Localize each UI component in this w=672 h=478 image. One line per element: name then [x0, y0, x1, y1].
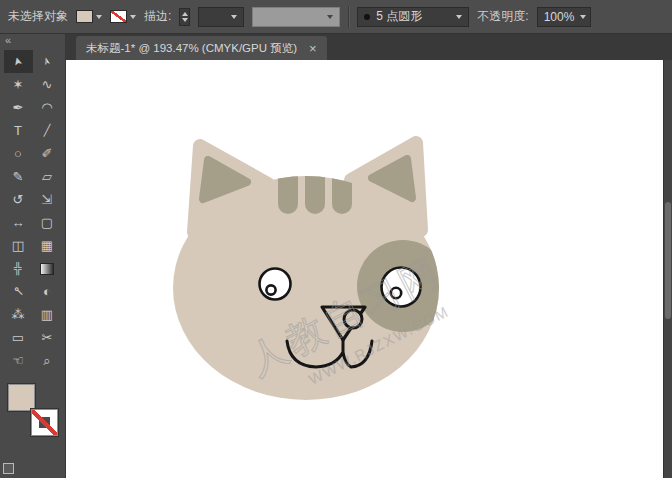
- curvature-tool[interactable]: ◠: [33, 96, 62, 119]
- stroke-weight-stepper[interactable]: [179, 8, 190, 26]
- fill-stroke-indicator: [8, 384, 58, 436]
- opacity-value: 100%: [544, 10, 575, 24]
- options-bar: 未选择对象 描边: 5 点圆形 不透明度: 100%: [0, 0, 672, 34]
- width-profile-dropdown[interactable]: [252, 7, 340, 27]
- vertical-scrollbar-thumb[interactable]: [665, 202, 671, 319]
- stroke-weight-caret-icon: [231, 15, 237, 19]
- document-area: 未标题-1* @ 193.47% (CMYK/GPU 预览) ×: [66, 34, 672, 478]
- pencil-icon: ✎: [13, 170, 24, 183]
- document-tab-bar: 未标题-1* @ 193.47% (CMYK/GPU 预览) ×: [66, 34, 672, 60]
- magic-wand-icon: ✶: [13, 78, 24, 91]
- document-tab[interactable]: 未标题-1* @ 193.47% (CMYK/GPU 预览) ×: [76, 36, 327, 60]
- options-separator: [348, 6, 349, 28]
- blend-icon: ◐: [43, 285, 51, 298]
- width-profile-caret-icon: [327, 15, 333, 19]
- stroke-weight-dropdown[interactable]: [198, 7, 244, 27]
- width-tool[interactable]: ↔: [4, 211, 33, 234]
- opacity-dropdown[interactable]: 100%: [537, 7, 591, 27]
- cat-stripe-2[interactable]: [305, 158, 325, 214]
- shape-builder-tool[interactable]: ◫: [4, 234, 33, 257]
- eyedropper-icon: ⊸: [10, 283, 27, 300]
- tools-panel: « ➤➢✶∿✒◠T╱○✐✎▱↺⇲↔▢◫▦╬⊸◐⁂▥▭✂☜⌕: [0, 34, 66, 478]
- cat-artwork[interactable]: 人教自习网 WWW.RJZXW.COM: [66, 60, 663, 478]
- stroke-color-control[interactable]: [110, 10, 136, 23]
- free-transform-icon: ▢: [41, 216, 53, 229]
- fill-color-swatch[interactable]: [76, 10, 93, 23]
- mesh-tool[interactable]: ╬: [4, 257, 33, 280]
- perspective-grid-icon: ▦: [41, 239, 53, 252]
- illustrator-window: 未选择对象 描边: 5 点圆形 不透明度: 100%: [0, 0, 672, 478]
- type-tool[interactable]: T: [4, 119, 33, 142]
- fill-indicator-swatch[interactable]: [8, 384, 35, 411]
- paintbrush-icon: ✐: [42, 147, 53, 160]
- stroke-indicator-swatch[interactable]: [31, 409, 58, 436]
- selection-status: 未选择对象: [8, 8, 68, 25]
- eyedropper-tool[interactable]: ⊸: [4, 280, 33, 303]
- gradient-tool[interactable]: [33, 257, 62, 280]
- main-area: « ➤➢✶∿✒◠T╱○✐✎▱↺⇲↔▢◫▦╬⊸◐⁂▥▭✂☜⌕ 未标题-1* @ 1…: [0, 34, 672, 478]
- tab-close-icon[interactable]: ×: [309, 42, 317, 55]
- direct-selection-icon: ➢: [40, 56, 53, 68]
- artboard-canvas[interactable]: 人教自习网 WWW.RJZXW.COM: [66, 60, 663, 478]
- ellipse-icon: ○: [14, 147, 22, 160]
- zoom-icon: ⌕: [43, 354, 50, 367]
- blend-tool[interactable]: ◐: [33, 280, 62, 303]
- hand-tool[interactable]: ☜: [4, 349, 33, 372]
- type-icon: T: [14, 124, 22, 137]
- shape-builder-icon: ◫: [12, 239, 24, 252]
- line-icon: ╱: [44, 125, 51, 136]
- symbol-sprayer-tool[interactable]: ⁂: [4, 303, 33, 326]
- pencil-tool[interactable]: ✎: [4, 165, 33, 188]
- document-tab-title: 未标题-1* @ 193.47% (CMYK/GPU 预览): [86, 41, 297, 56]
- eraser-tool[interactable]: ▱: [33, 165, 62, 188]
- cat-stripe-3[interactable]: [332, 158, 352, 214]
- scale-icon: ⇲: [42, 193, 53, 206]
- collapse-toolbar-icon: «: [5, 34, 11, 46]
- lasso-tool[interactable]: ∿: [33, 73, 62, 96]
- toolbar-collapse-button[interactable]: «: [0, 34, 65, 48]
- fill-color-control[interactable]: [76, 10, 102, 23]
- hand-icon: ☜: [12, 354, 24, 367]
- symbol-sprayer-icon: ⁂: [12, 308, 25, 321]
- ellipse-tool[interactable]: ○: [4, 142, 33, 165]
- fill-caret-icon: [96, 15, 102, 19]
- stepper-down-icon: [182, 18, 188, 22]
- perspective-grid-tool[interactable]: ▦: [33, 234, 62, 257]
- column-graph-tool[interactable]: ▥: [33, 303, 62, 326]
- pen-tool[interactable]: ✒: [4, 96, 33, 119]
- toolbar-tools: ➤➢✶∿✒◠T╱○✐✎▱↺⇲↔▢◫▦╬⊸◐⁂▥▭✂☜⌕: [4, 50, 62, 372]
- stroke-caret-icon: [130, 15, 136, 19]
- stepper-up-icon: [182, 12, 188, 16]
- cat-eye-left[interactable]: [260, 269, 291, 300]
- stroke-weight-label: 描边:: [144, 8, 171, 25]
- column-graph-icon: ▥: [41, 308, 53, 321]
- rotate-tool[interactable]: ↺: [4, 188, 33, 211]
- scale-tool[interactable]: ⇲: [33, 188, 62, 211]
- cat-stripe-1[interactable]: [278, 158, 298, 214]
- line-tool[interactable]: ╱: [33, 119, 62, 142]
- screen-mode-icon[interactable]: [3, 463, 14, 474]
- direct-selection-tool[interactable]: ➢: [33, 50, 62, 73]
- selection-tool[interactable]: ➤: [4, 50, 33, 73]
- eraser-icon: ▱: [42, 170, 52, 183]
- paintbrush-tool[interactable]: ✐: [33, 142, 62, 165]
- curvature-icon: ◠: [41, 101, 52, 114]
- artboard-tool[interactable]: ▭: [4, 326, 33, 349]
- brush-definition-dropdown[interactable]: 5 点圆形: [357, 7, 469, 27]
- stroke-none-swatch[interactable]: [110, 10, 127, 23]
- selection-icon: ➤: [11, 56, 24, 68]
- width-icon: ↔: [12, 216, 25, 229]
- slice-tool[interactable]: ✂: [33, 326, 62, 349]
- slice-icon: ✂: [42, 331, 53, 344]
- zoom-tool[interactable]: ⌕: [33, 349, 62, 372]
- mesh-icon: ╬: [14, 263, 22, 274]
- magic-wand-tool[interactable]: ✶: [4, 73, 33, 96]
- canvas-wrap: 人教自习网 WWW.RJZXW.COM: [66, 60, 672, 478]
- free-transform-tool[interactable]: ▢: [33, 211, 62, 234]
- gradient-icon: [40, 263, 54, 275]
- brush-caret-icon: [456, 15, 462, 19]
- vertical-scrollbar[interactable]: [663, 60, 672, 478]
- rotate-icon: ↺: [13, 193, 24, 206]
- brush-preview-dot-icon: [364, 14, 370, 20]
- artboard-icon: ▭: [12, 331, 24, 344]
